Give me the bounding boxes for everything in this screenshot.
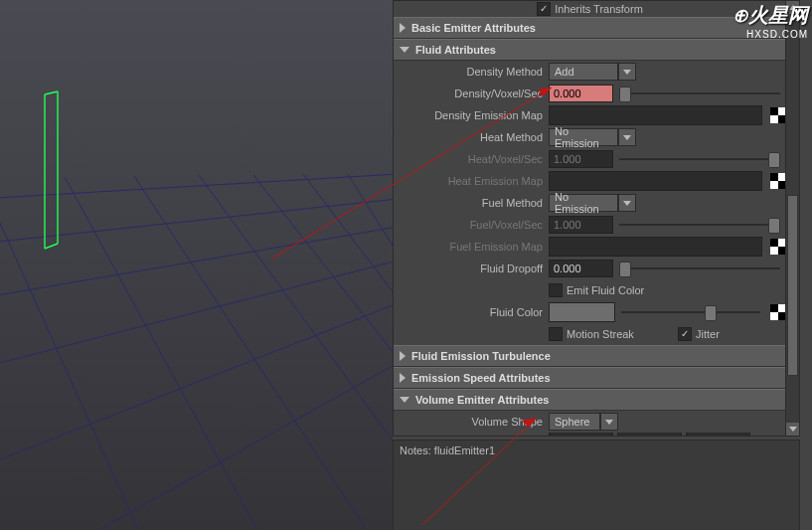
watermark-url: HXSD.COM xyxy=(732,29,808,40)
section-title: Fluid Attributes xyxy=(415,44,496,56)
attribute-panel: ✓Inherits Transform Basic Emitter Attrib… xyxy=(393,0,812,530)
checkbox-label: Emit Fluid Color xyxy=(567,284,644,296)
section-basic-emitter[interactable]: Basic Emitter Attributes xyxy=(394,17,786,39)
label-density-voxel: Density/Voxel/Sec xyxy=(394,88,549,99)
svg-line-5 xyxy=(0,363,393,530)
dropdown-value: No Emission xyxy=(555,125,612,149)
svg-line-10 xyxy=(253,175,393,358)
caret-down-icon xyxy=(623,201,631,206)
heat-map-field xyxy=(549,171,762,191)
watermark: ⊕火星网 HXSD.COM xyxy=(732,2,808,40)
chevron-down-icon xyxy=(400,397,409,403)
svg-line-7 xyxy=(65,177,258,530)
dropdown-value: Sphere xyxy=(555,416,589,428)
fluid-color-slider[interactable] xyxy=(621,303,760,321)
fuel-map-button[interactable] xyxy=(770,239,786,255)
scroll-thumb[interactable] xyxy=(787,195,798,376)
checkbox-label: Jitter xyxy=(696,328,720,340)
label-density-map: Density Emission Map xyxy=(394,109,549,121)
heat-voxel-slider xyxy=(619,150,780,168)
heat-method-caret[interactable] xyxy=(618,128,636,146)
density-method-dropdown[interactable]: Add xyxy=(549,63,618,81)
section-volume-emitter[interactable]: Volume Emitter Attributes xyxy=(394,389,786,411)
scroll-down-button[interactable] xyxy=(786,423,799,436)
grid-overlay xyxy=(0,0,393,530)
section-title: Fluid Emission Turbulence xyxy=(411,350,551,362)
viewport-3d[interactable] xyxy=(0,0,393,530)
density-map-button[interactable] xyxy=(770,107,786,123)
volume-offset-x[interactable] xyxy=(549,433,613,437)
volume-emitter-group: Volume Shape Sphere Volume Offset xyxy=(394,411,786,437)
label-fluid-color: Fluid Color xyxy=(394,306,549,318)
chevron-right-icon xyxy=(400,373,406,383)
svg-line-2 xyxy=(0,227,393,298)
label-heat-voxel: Heat/Voxel/Sec xyxy=(394,153,549,165)
fuel-map-field xyxy=(549,237,762,257)
fuel-voxel-slider xyxy=(619,216,780,234)
section-title: Volume Emitter Attributes xyxy=(415,394,549,406)
chevron-down-icon xyxy=(400,47,409,53)
section-title: Basic Emitter Attributes xyxy=(411,22,536,34)
dropdown-value: No Emission xyxy=(555,191,612,215)
label-heat-map: Heat Emission Map xyxy=(394,175,549,187)
chevron-right-icon xyxy=(400,351,406,361)
notes-value: fluidEmitter1 xyxy=(434,444,495,456)
dropoff-slider[interactable] xyxy=(619,260,780,277)
fuel-method-dropdown[interactable]: No Emission xyxy=(549,194,618,212)
checkbox-label: Motion Streak xyxy=(567,328,634,340)
checkbox-label: Inherits Transform xyxy=(555,3,643,15)
section-emission-speed[interactable]: Emission Speed Attributes xyxy=(394,367,786,389)
jitter-checkbox[interactable]: ✓Jitter xyxy=(678,327,720,341)
section-fluid-turbulence[interactable]: Fluid Emission Turbulence xyxy=(394,345,786,367)
section-title: Emission Speed Attributes xyxy=(411,372,551,384)
heat-voxel-field xyxy=(549,150,613,168)
caret-down-icon xyxy=(623,70,631,75)
motion-streak-checkbox[interactable]: Motion Streak xyxy=(549,327,678,341)
density-method-caret[interactable] xyxy=(618,63,636,81)
svg-line-11 xyxy=(303,174,393,298)
dropdown-value: Add xyxy=(555,66,574,78)
chevron-right-icon xyxy=(400,23,406,33)
volume-offset-z[interactable] xyxy=(686,433,750,437)
label-dropoff: Fluid Dropoff xyxy=(394,263,549,274)
fuel-voxel-field xyxy=(549,216,613,234)
fuel-method-caret[interactable] xyxy=(618,194,636,212)
label-fuel-map: Fuel Emission Map xyxy=(394,241,549,253)
emit-color-checkbox[interactable]: Emit Fluid Color xyxy=(549,283,644,297)
svg-line-15 xyxy=(45,91,58,94)
svg-line-8 xyxy=(134,176,368,530)
label-fuel-voxel: Fuel/Voxel/Sec xyxy=(394,219,549,231)
label-heat-method: Heat Method xyxy=(394,131,549,143)
fluid-attributes-group: Density Method Add Density/Voxel/Sec Den… xyxy=(394,61,786,345)
density-voxel-slider[interactable] xyxy=(619,85,780,102)
dropoff-field[interactable] xyxy=(549,260,613,277)
volume-shape-caret[interactable] xyxy=(600,413,618,431)
caret-down-icon xyxy=(623,135,631,140)
notes-label: Notes: xyxy=(400,444,431,456)
density-map-field[interactable] xyxy=(549,105,762,125)
caret-down-icon xyxy=(605,420,613,425)
svg-line-16 xyxy=(45,244,58,249)
heat-map-button[interactable] xyxy=(770,173,786,189)
watermark-logo: ⊕火星网 xyxy=(732,2,808,29)
volume-shape-dropdown[interactable]: Sphere xyxy=(549,413,600,431)
density-voxel-field[interactable] xyxy=(549,85,613,102)
attribute-body: ✓Inherits Transform Basic Emitter Attrib… xyxy=(393,0,800,437)
fluid-color-swatch[interactable] xyxy=(549,302,615,322)
svg-line-9 xyxy=(199,175,393,447)
svg-line-4 xyxy=(0,303,393,467)
fluid-color-map-button[interactable] xyxy=(770,304,786,320)
svg-line-0 xyxy=(0,174,393,199)
section-fluid-attributes[interactable]: Fluid Attributes xyxy=(394,39,786,61)
notes-panel[interactable]: Notes: fluidEmitter1 xyxy=(393,440,800,530)
label-volume-offset: Volume Offset xyxy=(394,434,549,437)
svg-line-1 xyxy=(0,199,393,244)
svg-line-6 xyxy=(0,179,139,530)
label-density-method: Density Method xyxy=(394,66,549,78)
label-fuel-method: Fuel Method xyxy=(394,197,549,209)
label-volume-shape: Volume Shape xyxy=(394,416,549,428)
volume-offset-y[interactable] xyxy=(617,433,682,437)
inherits-transform-checkbox[interactable]: ✓Inherits Transform xyxy=(537,2,643,16)
heat-method-dropdown[interactable]: No Emission xyxy=(549,128,618,146)
vertical-scrollbar[interactable] xyxy=(785,1,799,436)
